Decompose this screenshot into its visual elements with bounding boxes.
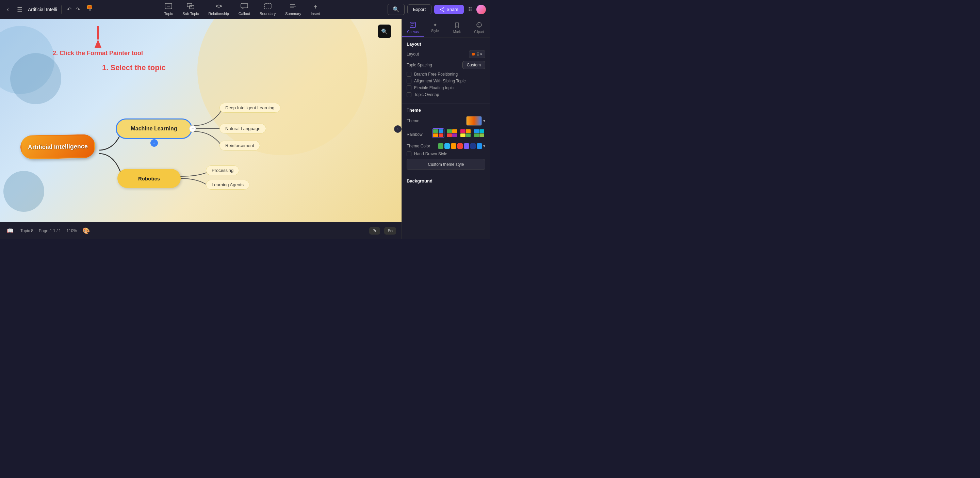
canvas-area[interactable]: 2. Click the Format Painter tool 1. Sele…	[0, 19, 401, 239]
theme-color-picker: ▾	[438, 143, 485, 149]
tool-boundary[interactable]: Boundary	[255, 1, 280, 18]
alignment-row: Alignment With Sibling Topic	[407, 79, 485, 83]
multicolor-icon: 🎨	[82, 227, 90, 234]
color-purple[interactable]	[464, 143, 469, 149]
tool-topic[interactable]: Topic	[159, 1, 178, 18]
subtopic-processing[interactable]: Processing	[206, 166, 239, 175]
topic-count: Topic 8	[21, 228, 33, 233]
page-view-button[interactable]: 📖	[5, 226, 15, 235]
ml-collapse-button[interactable]: −	[189, 125, 196, 132]
alignment-checkbox[interactable]	[407, 79, 411, 83]
color-green[interactable]	[438, 143, 443, 149]
subtopic-deep[interactable]: Deep Intelligent Learning	[220, 103, 280, 113]
subtopic-learning-agents[interactable]: Learning Agents	[206, 180, 250, 190]
panel-collapse-button[interactable]: ›	[394, 125, 401, 133]
layout-section: Layout Layout ▾ Topic Spacing Custom	[402, 37, 490, 104]
mouse-mode-button[interactable]: 🖱	[369, 227, 380, 234]
tool-callout[interactable]: Callout	[234, 1, 255, 18]
hand-drawn-label: Hand-Drawn Style	[414, 151, 447, 156]
summary-icon	[290, 3, 297, 11]
toolbar-right: 🔍 Export Share ⠿	[388, 4, 486, 15]
tool-insert[interactable]: + Insert	[306, 1, 325, 18]
hand-drawn-row: Hand-Drawn Style	[407, 151, 485, 156]
svg-rect-1	[89, 8, 91, 11]
subtopic-natural[interactable]: Natural Language	[220, 124, 266, 134]
theme-label: Theme	[407, 118, 419, 123]
rainbow-option-1[interactable]	[432, 128, 444, 138]
branch-free-row: Branch Free Positioning	[407, 72, 485, 76]
boundary-icon	[264, 3, 272, 11]
topic-spacing-label: Topic Spacing	[407, 63, 432, 67]
redo-button[interactable]: ↷	[74, 5, 81, 14]
color-red[interactable]	[457, 143, 463, 149]
robotics-node[interactable]: Robotics	[118, 169, 181, 188]
page-indicator: Page-1 1 / 1	[39, 228, 61, 233]
branch-free-checkbox[interactable]	[407, 72, 411, 76]
theme-selector[interactable]: ▾	[466, 116, 485, 126]
back-button[interactable]: ‹	[4, 5, 11, 14]
rainbow-options	[432, 128, 485, 138]
clipart-tab-icon	[476, 22, 482, 29]
ml-add-button[interactable]: +	[150, 139, 158, 147]
layout-dropdown-arrow: ▾	[480, 52, 482, 57]
theme-row: Theme ▾	[407, 116, 485, 126]
background-section: Background	[402, 174, 490, 188]
style-tab-icon: ✦	[433, 22, 437, 28]
color-navy[interactable]	[470, 143, 476, 149]
flexible-checkbox[interactable]	[407, 86, 411, 90]
theme-section-title: Theme	[407, 108, 485, 113]
machine-learning-node[interactable]: Machine Learning − +	[116, 118, 192, 139]
topic-spacing-row: Topic Spacing Custom	[407, 61, 485, 69]
undo-button[interactable]: ↶	[66, 5, 73, 14]
svg-rect-21	[411, 24, 414, 24]
overlap-row: Topic Overlap	[407, 92, 485, 97]
overlap-checkbox[interactable]	[407, 92, 411, 97]
overlap-label: Topic Overlap	[414, 92, 439, 97]
menu-button[interactable]: ☰	[14, 5, 25, 14]
fn-button[interactable]: Fn	[384, 227, 396, 234]
color-orange[interactable]	[451, 143, 456, 149]
tab-clipart[interactable]: Clipart	[468, 19, 490, 37]
format-painter-button[interactable]	[84, 3, 97, 15]
rainbow-label: Rainbow	[407, 132, 423, 137]
rainbow-option-2[interactable]	[446, 128, 458, 138]
topic-spacing-value[interactable]: Custom	[463, 61, 485, 69]
rainbow-option-4[interactable]	[473, 128, 485, 138]
tool-relationship[interactable]: Relationship	[204, 1, 234, 18]
tool-subtopic[interactable]: Sub Topic	[178, 1, 204, 18]
tab-style[interactable]: ✦ Style	[424, 19, 446, 37]
search-button[interactable]: 🔍	[388, 4, 404, 15]
tool-summary[interactable]: Summary	[280, 1, 306, 18]
svg-rect-11	[264, 3, 271, 9]
color-more-button[interactable]: ▾	[483, 144, 485, 148]
svg-point-7	[216, 5, 217, 7]
layout-selector[interactable]: ▾	[469, 50, 485, 58]
rainbow-option-3[interactable]	[460, 128, 472, 138]
user-avatar[interactable]	[476, 5, 486, 14]
bottom-right-actions: 🖱 Fn	[369, 227, 396, 234]
format-painter-annotation: 2. Click the Format Painter tool	[53, 26, 143, 57]
divider	[61, 5, 62, 14]
canvas-search-btn[interactable]: 🔍	[378, 24, 391, 38]
app-title: Artificial Intelli	[28, 7, 57, 12]
share-button[interactable]: Share	[434, 5, 464, 14]
zoom-level: 110%	[66, 228, 77, 233]
toolbar-center: Topic Sub Topic Relationship Callout Bou…	[100, 1, 385, 18]
branch-free-label: Branch Free Positioning	[414, 72, 458, 76]
robotics-node-label: Robotics	[138, 176, 160, 182]
grid-button[interactable]: ⠿	[466, 5, 474, 14]
color-blue[interactable]	[477, 143, 482, 149]
export-button[interactable]: Export	[407, 5, 432, 14]
hand-drawn-checkbox[interactable]	[407, 151, 411, 156]
root-node[interactable]: Artificial Intelligence	[20, 134, 95, 159]
custom-theme-button[interactable]: Custom theme style	[407, 159, 485, 170]
layout-preview-icon	[472, 52, 479, 57]
tab-canvas[interactable]: Canvas	[402, 19, 424, 37]
subtopic-reinforcement[interactable]: Reinforcement	[220, 140, 260, 150]
color-blue-light[interactable]	[444, 143, 450, 149]
bottom-bar: 📖 Topic 8 Page-1 1 / 1 110% 🎨 🖱 Fn	[0, 222, 401, 239]
step1-label: 1. Select the topic	[102, 63, 166, 72]
tab-mark[interactable]: Mark	[446, 19, 468, 37]
theme-dropdown-arrow[interactable]: ▾	[483, 118, 485, 123]
undo-redo-group: ↶ ↷	[66, 5, 81, 14]
